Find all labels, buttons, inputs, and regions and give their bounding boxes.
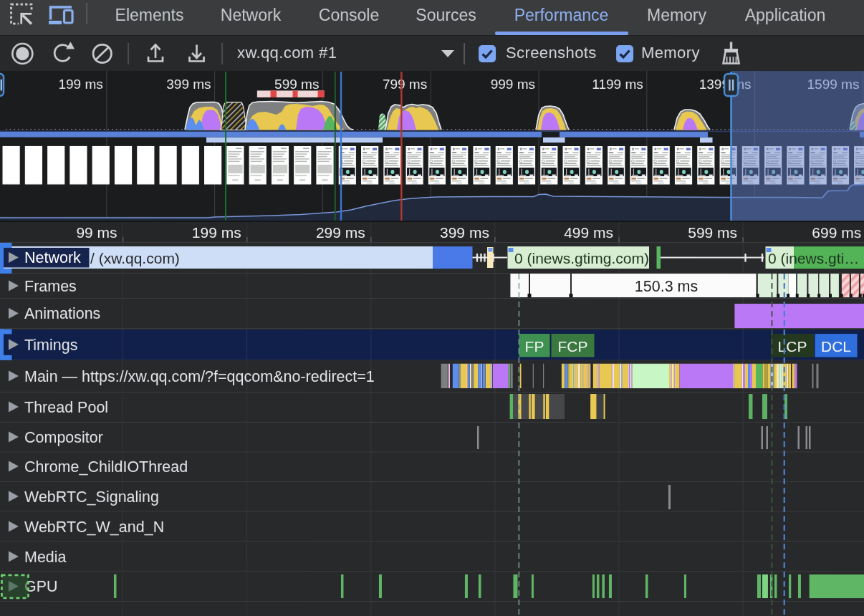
svg-text:Frames: Frames [24,277,77,294]
svg-text:Animations: Animations [24,305,100,322]
svg-text:GPU: GPU [24,578,58,595]
svg-text:599 ms: 599 ms [688,224,737,241]
svg-text:FCP: FCP [557,338,587,355]
svg-text:/ (xw.qq.com): / (xw.qq.com) [90,249,180,266]
svg-text:399 ms: 399 ms [166,76,211,91]
svg-text:0 (inews.gtimg.com): 0 (inews.gtimg.com) [514,250,649,266]
svg-text:DCL: DCL [821,338,851,355]
svg-text:Compositor: Compositor [24,428,103,446]
svg-text:199 ms: 199 ms [192,223,241,240]
svg-text:699 ms: 699 ms [812,224,861,241]
svg-text:Media: Media [24,548,67,565]
svg-text:LCP: LCP [778,338,807,355]
svg-text:0 (inews.gti…: 0 (inews.gti… [768,250,859,266]
svg-text:499 ms: 499 ms [564,224,613,241]
svg-text:FP: FP [525,338,544,355]
svg-text:150.3 ms: 150.3 ms [635,278,698,295]
svg-text:99 ms: 99 ms [76,223,117,240]
svg-text:1199 ms: 1199 ms [592,77,643,92]
svg-text:Network: Network [24,249,81,266]
svg-text:299 ms: 299 ms [316,223,365,240]
svg-text:399 ms: 399 ms [440,224,489,241]
svg-text:799 ms: 799 ms [383,76,427,91]
svg-text:599 ms: 599 ms [274,76,319,91]
svg-text:Timings: Timings [24,336,77,353]
svg-text:199 ms: 199 ms [59,76,103,91]
svg-text:Thread Pool: Thread Pool [24,398,108,415]
svg-text:WebRTC_W_and_N: WebRTC_W_and_N [24,518,164,535]
svg-text:Chrome_ChildIOThread: Chrome_ChildIOThread [24,458,188,475]
svg-text:999 ms: 999 ms [491,77,535,92]
svg-text:WebRTC_Signaling: WebRTC_Signaling [24,488,159,505]
svg-text:Main — https://xw.qq.com/?f=qq: Main — https://xw.qq.com/?f=qqcom&no-red… [24,367,375,385]
